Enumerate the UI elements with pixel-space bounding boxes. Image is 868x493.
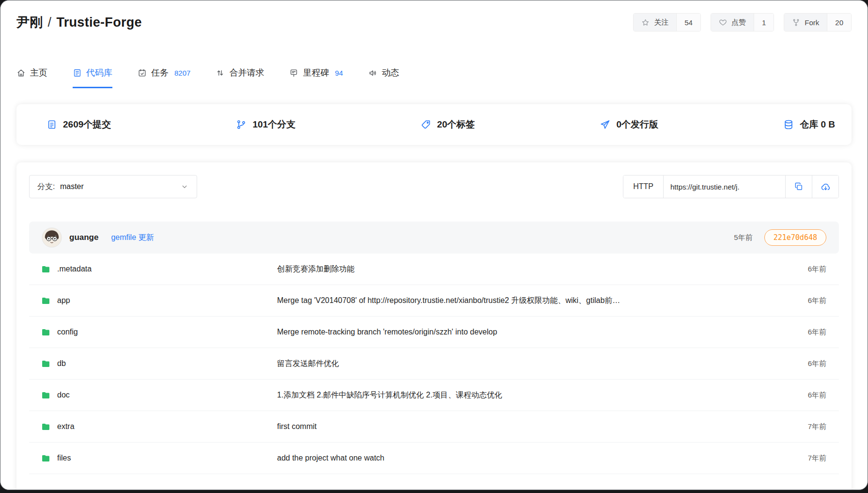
file-name: doc — [57, 391, 70, 399]
chevron-down-icon — [180, 182, 189, 191]
milestone-icon — [289, 68, 298, 78]
file-commit-time: 6年前 — [783, 391, 826, 400]
activity-speaker-icon — [368, 68, 377, 78]
tab-home[interactable]: 主页 — [16, 67, 47, 88]
tab-activity[interactable]: 动态 — [368, 67, 399, 88]
fork-icon — [792, 18, 800, 27]
file-commit-message[interactable]: Merge tag 'V20140708' of http://reposito… — [277, 296, 783, 306]
repo-page: 尹刚 / Trustie-Forge 关注 54 — [0, 0, 868, 490]
watch-button[interactable]: 关注 54 — [633, 13, 701, 32]
protocol-button[interactable]: HTTP — [623, 175, 663, 198]
file-commit-time: 7年前 — [783, 454, 826, 463]
tab-merge-requests-label: 合并请求 — [229, 67, 264, 79]
commit-author[interactable]: guange — [69, 233, 98, 242]
file-commit-time: 6年前 — [783, 328, 826, 337]
fork-button[interactable]: Fork 20 — [784, 13, 852, 32]
stat-branches-label: 101个分支 — [252, 118, 295, 131]
tab-tasks[interactable]: 任务 8207 — [138, 67, 190, 88]
file-name: .metadata — [57, 265, 92, 273]
file-name: files — [57, 454, 71, 462]
file-commit-message[interactable]: 留言发送邮件优化 — [277, 359, 783, 369]
file-name-cell[interactable]: doc — [41, 390, 277, 400]
copy-url-button[interactable] — [785, 175, 812, 198]
task-icon — [138, 68, 147, 78]
file-name-cell[interactable]: db — [41, 359, 277, 369]
download-button[interactable] — [812, 175, 838, 198]
clone-url-group: HTTP https://git.trustie.net/j. — [623, 175, 839, 198]
merge-request-icon — [216, 68, 225, 78]
file-commit-message[interactable]: add the project what one watch — [277, 454, 783, 462]
star-icon — [641, 18, 650, 27]
tasks-count-badge: 8207 — [174, 69, 190, 77]
file-row[interactable]: extra first commit 7年前 — [29, 411, 839, 443]
release-icon — [600, 119, 610, 130]
praise-button[interactable]: 点赞 1 — [711, 13, 774, 32]
clone-url-field[interactable]: https://git.trustie.net/j. — [663, 175, 785, 198]
app-window: 尹刚 / Trustie-Forge 关注 54 — [0, 0, 868, 490]
tab-home-label: 主页 — [30, 67, 47, 79]
file-row[interactable]: files add the project what one watch 7年前 — [29, 443, 839, 474]
tab-milestones-label: 里程碑 — [303, 67, 329, 79]
file-name: db — [57, 359, 66, 368]
fork-button-main: Fork — [784, 14, 827, 31]
file-name-cell[interactable]: config — [41, 327, 277, 337]
branch-icon — [236, 119, 247, 130]
file-commit-message[interactable]: first commit — [277, 422, 783, 431]
tab-milestones[interactable]: 里程碑 94 — [289, 67, 343, 88]
tab-code[interactable]: 代码库 — [73, 67, 112, 88]
praise-button-main: 点赞 — [711, 14, 754, 31]
file-commit-time: 6年前 — [783, 265, 826, 274]
repo-header: 尹刚 / Trustie-Forge 关注 54 — [16, 0, 852, 32]
file-row[interactable]: app Merge tag 'V20140708' of http://repo… — [29, 285, 839, 317]
file-commit-message[interactable]: 创新竞赛添加删除功能 — [277, 264, 783, 274]
database-icon — [783, 119, 794, 130]
stat-releases[interactable]: 0个发行版 — [600, 118, 658, 131]
latest-commit-bar: guange gemfile 更新 5年前 221e70d648 — [29, 222, 839, 254]
file-list: .metadata 创新竞赛添加删除功能 6年前 app Merge tag '… — [29, 254, 839, 490]
watch-button-main: 关注 — [634, 14, 676, 31]
file-name-cell[interactable]: extra — [41, 422, 277, 432]
commit-hash-badge[interactable]: 221e70d648 — [764, 229, 826, 246]
code-browser-card: 分支: master HTTP https://git.trustie.net/… — [16, 162, 852, 490]
tag-icon — [420, 119, 431, 130]
watch-label: 关注 — [654, 18, 668, 27]
tab-merge-requests[interactable]: 合并请求 — [216, 67, 264, 88]
fork-count[interactable]: 20 — [827, 14, 851, 31]
praise-count[interactable]: 1 — [754, 14, 774, 31]
stat-releases-label: 0个发行版 — [616, 118, 658, 131]
file-name-cell[interactable]: .metadata — [41, 264, 277, 274]
folder-icon — [41, 327, 51, 337]
stat-commits[interactable]: 2609个提交 — [46, 118, 111, 131]
branch-label: 分支: — [37, 182, 55, 191]
file-row[interactable]: db 留言发送邮件优化 6年前 — [29, 348, 839, 380]
branch-selector[interactable]: 分支: master — [29, 175, 197, 198]
file-row[interactable]: doc 1.添加文档 2.邮件中缺陷序号计算机制优化 2.项目、课程动态优化 6… — [29, 380, 839, 411]
stat-commits-label: 2609个提交 — [63, 118, 111, 131]
owner-link[interactable]: 尹刚 — [16, 14, 43, 31]
file-row[interactable]: .metadata 创新竞赛添加删除功能 6年前 — [29, 254, 839, 285]
folder-icon — [41, 296, 51, 306]
file-row-clipped — [29, 474, 839, 490]
repo-link[interactable]: Trustie-Forge — [56, 15, 141, 30]
commit-message-link[interactable]: gemfile 更新 — [111, 233, 154, 243]
heart-icon — [719, 18, 727, 27]
file-row[interactable]: config Merge remote-tracking branch 'rem… — [29, 317, 839, 348]
file-name-cell[interactable]: files — [41, 453, 277, 463]
stat-tags[interactable]: 20个标签 — [420, 118, 475, 131]
repo-stats-bar: 2609个提交 101个分支 20个标签 0个发行版 — [16, 104, 852, 145]
stat-branches[interactable]: 101个分支 — [236, 118, 295, 131]
fork-label: Fork — [805, 18, 819, 27]
file-name-cell[interactable]: app — [41, 296, 277, 306]
watch-count[interactable]: 54 — [676, 14, 700, 31]
stat-repo-size[interactable]: 仓库 0 B — [783, 118, 835, 131]
milestones-count-badge: 94 — [335, 69, 343, 77]
praise-label: 点赞 — [731, 18, 746, 27]
repo-actions: 关注 54 点赞 1 — [633, 13, 852, 32]
stat-tags-label: 20个标签 — [437, 118, 475, 131]
file-name: app — [57, 296, 70, 305]
file-commit-message[interactable]: 1.添加文档 2.邮件中缺陷序号计算机制优化 2.项目、课程动态优化 — [277, 390, 783, 400]
folder-icon — [41, 453, 51, 463]
file-commit-message[interactable]: Merge remote-tracking branch 'remotes/or… — [277, 328, 783, 336]
author-avatar[interactable] — [42, 227, 62, 248]
title-separator: / — [48, 15, 52, 30]
